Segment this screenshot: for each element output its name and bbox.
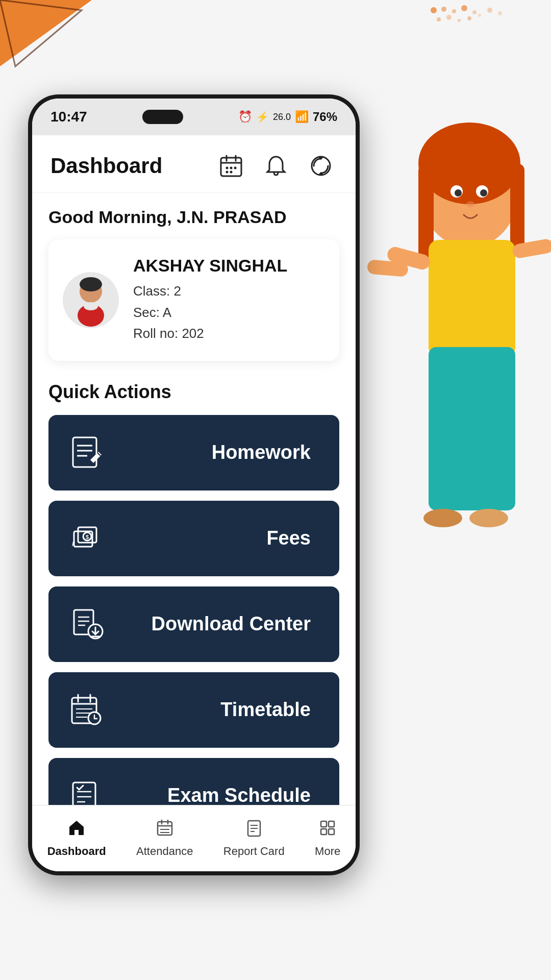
report-icon	[245, 819, 263, 842]
homework-icon	[67, 432, 108, 473]
svg-point-5	[461, 5, 467, 11]
svg-point-21	[480, 189, 487, 197]
svg-rect-90	[321, 829, 327, 835]
svg-point-3	[441, 7, 446, 12]
svg-point-44	[80, 277, 102, 291]
svg-rect-47	[73, 437, 96, 467]
bluetooth-icon: ⚡	[256, 111, 269, 123]
page-title: Dashboard	[51, 154, 162, 178]
svg-text:$: $	[86, 534, 89, 540]
student-info: AKSHAY SINGHAL Class: 2 Sec: A Roll no: …	[133, 256, 287, 345]
download-center-button[interactable]: Download Center	[48, 586, 339, 662]
nav-dashboard[interactable]: Dashboard	[37, 815, 116, 862]
svg-point-10	[467, 16, 471, 20]
timetable-icon	[67, 690, 108, 730]
nav-dashboard-label: Dashboard	[47, 845, 106, 858]
download-center-label: Download Center	[152, 613, 311, 635]
svg-point-28	[423, 509, 462, 527]
header-actions	[215, 150, 337, 182]
homework-label: Homework	[212, 442, 311, 463]
status-bar: 10:47 ⏰ ⚡ 26.0 📶 76%	[32, 99, 356, 135]
calendar-icon	[219, 154, 243, 178]
svg-point-46	[84, 302, 98, 310]
phone-frame: 10:47 ⏰ ⚡ 26.0 📶 76% Dashboard	[28, 94, 360, 875]
svg-point-35	[230, 167, 233, 169]
download-center-icon	[67, 604, 108, 645]
bell-icon	[264, 154, 288, 178]
alarm-icon: ⏰	[238, 110, 252, 124]
bottom-nav: Dashboard Attendance	[32, 805, 356, 871]
status-time: 10:47	[51, 109, 87, 125]
status-icons: ⏰ ⚡ 26.0 📶 76%	[238, 110, 337, 124]
svg-point-36	[234, 167, 237, 169]
svg-point-2	[431, 7, 437, 13]
nav-report-card[interactable]: Report Card	[213, 815, 295, 862]
attendance-icon	[156, 819, 174, 842]
student-avatar	[63, 272, 119, 328]
svg-point-20	[455, 189, 462, 197]
more-icon	[318, 819, 337, 842]
exam-schedule-icon	[67, 775, 108, 805]
svg-rect-89	[329, 821, 334, 827]
home-icon	[67, 819, 86, 842]
fees-label: Fees	[266, 527, 311, 549]
fees-button[interactable]: $ Fees	[48, 501, 339, 576]
quick-actions-title: Quick Actions	[48, 381, 339, 403]
svg-point-38	[230, 171, 233, 174]
nav-more-label: More	[315, 845, 340, 858]
student-class: Class: 2 Sec: A Roll no: 202	[133, 281, 287, 345]
sync-icon	[309, 154, 333, 178]
svg-point-29	[469, 509, 508, 527]
svg-point-37	[226, 171, 229, 174]
notification-button[interactable]	[260, 150, 292, 182]
svg-point-8	[446, 15, 452, 20]
app-header: Dashboard	[32, 135, 356, 193]
svg-rect-91	[329, 829, 334, 835]
svg-point-6	[472, 10, 477, 14]
svg-point-4	[452, 9, 456, 13]
svg-point-9	[458, 19, 461, 22]
svg-point-22	[466, 201, 474, 207]
character-illustration	[327, 82, 551, 694]
greeting-text: Good Morning, J.N. PRASAD	[48, 207, 339, 227]
svg-point-12	[487, 8, 492, 13]
svg-rect-24	[429, 347, 515, 510]
main-content: Good Morning, J.N. PRASAD	[32, 193, 356, 805]
homework-button[interactable]: Homework	[48, 415, 339, 491]
nav-more[interactable]: More	[305, 815, 350, 862]
calendar-button[interactable]	[215, 150, 247, 182]
svg-rect-78	[158, 822, 172, 835]
nav-attendance-label: Attendance	[136, 845, 193, 858]
status-notch	[142, 110, 183, 124]
timetable-button[interactable]: Timetable	[48, 672, 339, 748]
timetable-label: Timetable	[220, 699, 311, 721]
exam-schedule-button[interactable]: Exam Schedule	[48, 758, 339, 805]
student-card: AKSHAY SINGHAL Class: 2 Sec: A Roll no: …	[48, 239, 339, 361]
bg-triangle-decoration	[0, 0, 112, 82]
signal-icon: 📶	[295, 110, 309, 124]
bg-dots-decoration	[429, 5, 510, 36]
data-speed-icon: 26.0	[273, 112, 291, 122]
fees-icon: $	[67, 518, 108, 559]
nav-report-card-label: Report Card	[223, 845, 285, 858]
svg-rect-88	[321, 821, 327, 827]
nav-attendance[interactable]: Attendance	[126, 815, 203, 862]
sync-button[interactable]	[305, 150, 337, 182]
svg-point-7	[437, 17, 441, 21]
svg-point-34	[226, 167, 229, 169]
student-name: AKSHAY SINGHAL	[133, 256, 287, 276]
exam-schedule-label: Exam Schedule	[167, 785, 311, 805]
svg-rect-17	[510, 163, 524, 255]
battery-level: 76%	[313, 110, 337, 124]
svg-point-11	[478, 14, 481, 17]
svg-rect-23	[429, 240, 515, 357]
svg-point-13	[498, 11, 502, 15]
